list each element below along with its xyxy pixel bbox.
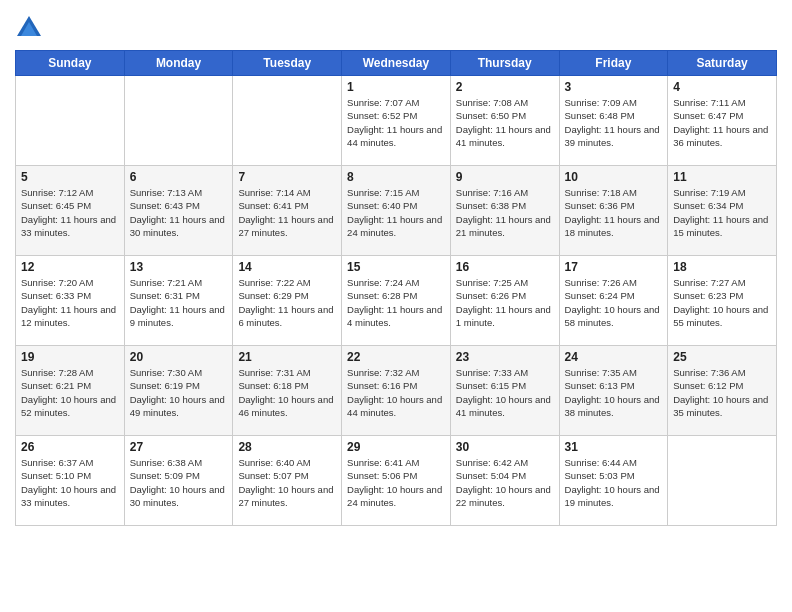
day-number: 29 bbox=[347, 440, 445, 454]
day-info: Sunrise: 7:25 AM Sunset: 6:26 PM Dayligh… bbox=[456, 276, 554, 329]
weekday-header-tuesday: Tuesday bbox=[233, 51, 342, 76]
calendar-week-row: 26Sunrise: 6:37 AM Sunset: 5:10 PM Dayli… bbox=[16, 436, 777, 526]
day-info: Sunrise: 7:20 AM Sunset: 6:33 PM Dayligh… bbox=[21, 276, 119, 329]
calendar-cell: 11Sunrise: 7:19 AM Sunset: 6:34 PM Dayli… bbox=[668, 166, 777, 256]
header bbox=[15, 10, 777, 42]
day-info: Sunrise: 7:30 AM Sunset: 6:19 PM Dayligh… bbox=[130, 366, 228, 419]
day-number: 31 bbox=[565, 440, 663, 454]
day-number: 24 bbox=[565, 350, 663, 364]
calendar-cell: 31Sunrise: 6:44 AM Sunset: 5:03 PM Dayli… bbox=[559, 436, 668, 526]
calendar-cell: 14Sunrise: 7:22 AM Sunset: 6:29 PM Dayli… bbox=[233, 256, 342, 346]
day-number: 18 bbox=[673, 260, 771, 274]
calendar-week-row: 5Sunrise: 7:12 AM Sunset: 6:45 PM Daylig… bbox=[16, 166, 777, 256]
day-info: Sunrise: 7:21 AM Sunset: 6:31 PM Dayligh… bbox=[130, 276, 228, 329]
day-number: 1 bbox=[347, 80, 445, 94]
logo bbox=[15, 14, 46, 42]
day-number: 17 bbox=[565, 260, 663, 274]
calendar-cell: 4Sunrise: 7:11 AM Sunset: 6:47 PM Daylig… bbox=[668, 76, 777, 166]
day-number: 15 bbox=[347, 260, 445, 274]
logo-icon bbox=[15, 14, 43, 42]
calendar-cell bbox=[233, 76, 342, 166]
calendar-cell bbox=[16, 76, 125, 166]
calendar-cell: 10Sunrise: 7:18 AM Sunset: 6:36 PM Dayli… bbox=[559, 166, 668, 256]
day-info: Sunrise: 6:40 AM Sunset: 5:07 PM Dayligh… bbox=[238, 456, 336, 509]
calendar-week-row: 12Sunrise: 7:20 AM Sunset: 6:33 PM Dayli… bbox=[16, 256, 777, 346]
day-number: 11 bbox=[673, 170, 771, 184]
calendar-cell: 1Sunrise: 7:07 AM Sunset: 6:52 PM Daylig… bbox=[342, 76, 451, 166]
day-number: 10 bbox=[565, 170, 663, 184]
calendar-cell: 7Sunrise: 7:14 AM Sunset: 6:41 PM Daylig… bbox=[233, 166, 342, 256]
day-info: Sunrise: 7:15 AM Sunset: 6:40 PM Dayligh… bbox=[347, 186, 445, 239]
calendar-cell: 18Sunrise: 7:27 AM Sunset: 6:23 PM Dayli… bbox=[668, 256, 777, 346]
calendar-cell: 15Sunrise: 7:24 AM Sunset: 6:28 PM Dayli… bbox=[342, 256, 451, 346]
day-info: Sunrise: 7:33 AM Sunset: 6:15 PM Dayligh… bbox=[456, 366, 554, 419]
day-info: Sunrise: 7:27 AM Sunset: 6:23 PM Dayligh… bbox=[673, 276, 771, 329]
day-info: Sunrise: 6:38 AM Sunset: 5:09 PM Dayligh… bbox=[130, 456, 228, 509]
day-number: 27 bbox=[130, 440, 228, 454]
day-number: 8 bbox=[347, 170, 445, 184]
weekday-header-monday: Monday bbox=[124, 51, 233, 76]
calendar-cell: 24Sunrise: 7:35 AM Sunset: 6:13 PM Dayli… bbox=[559, 346, 668, 436]
calendar-cell: 30Sunrise: 6:42 AM Sunset: 5:04 PM Dayli… bbox=[450, 436, 559, 526]
day-info: Sunrise: 7:32 AM Sunset: 6:16 PM Dayligh… bbox=[347, 366, 445, 419]
calendar-cell: 13Sunrise: 7:21 AM Sunset: 6:31 PM Dayli… bbox=[124, 256, 233, 346]
calendar-week-row: 1Sunrise: 7:07 AM Sunset: 6:52 PM Daylig… bbox=[16, 76, 777, 166]
day-number: 5 bbox=[21, 170, 119, 184]
day-info: Sunrise: 7:24 AM Sunset: 6:28 PM Dayligh… bbox=[347, 276, 445, 329]
day-number: 16 bbox=[456, 260, 554, 274]
calendar-cell: 21Sunrise: 7:31 AM Sunset: 6:18 PM Dayli… bbox=[233, 346, 342, 436]
day-number: 12 bbox=[21, 260, 119, 274]
day-number: 3 bbox=[565, 80, 663, 94]
day-info: Sunrise: 7:28 AM Sunset: 6:21 PM Dayligh… bbox=[21, 366, 119, 419]
calendar-table: SundayMondayTuesdayWednesdayThursdayFrid… bbox=[15, 50, 777, 526]
day-number: 13 bbox=[130, 260, 228, 274]
calendar-cell: 2Sunrise: 7:08 AM Sunset: 6:50 PM Daylig… bbox=[450, 76, 559, 166]
day-info: Sunrise: 7:07 AM Sunset: 6:52 PM Dayligh… bbox=[347, 96, 445, 149]
calendar-cell: 26Sunrise: 6:37 AM Sunset: 5:10 PM Dayli… bbox=[16, 436, 125, 526]
calendar-cell: 27Sunrise: 6:38 AM Sunset: 5:09 PM Dayli… bbox=[124, 436, 233, 526]
day-info: Sunrise: 6:37 AM Sunset: 5:10 PM Dayligh… bbox=[21, 456, 119, 509]
calendar-cell: 23Sunrise: 7:33 AM Sunset: 6:15 PM Dayli… bbox=[450, 346, 559, 436]
day-number: 21 bbox=[238, 350, 336, 364]
day-number: 4 bbox=[673, 80, 771, 94]
day-info: Sunrise: 7:13 AM Sunset: 6:43 PM Dayligh… bbox=[130, 186, 228, 239]
calendar-cell bbox=[668, 436, 777, 526]
day-number: 20 bbox=[130, 350, 228, 364]
day-info: Sunrise: 7:19 AM Sunset: 6:34 PM Dayligh… bbox=[673, 186, 771, 239]
day-info: Sunrise: 7:16 AM Sunset: 6:38 PM Dayligh… bbox=[456, 186, 554, 239]
calendar-cell: 5Sunrise: 7:12 AM Sunset: 6:45 PM Daylig… bbox=[16, 166, 125, 256]
day-number: 23 bbox=[456, 350, 554, 364]
day-info: Sunrise: 6:44 AM Sunset: 5:03 PM Dayligh… bbox=[565, 456, 663, 509]
day-info: Sunrise: 6:41 AM Sunset: 5:06 PM Dayligh… bbox=[347, 456, 445, 509]
weekday-header-saturday: Saturday bbox=[668, 51, 777, 76]
day-number: 22 bbox=[347, 350, 445, 364]
day-info: Sunrise: 7:35 AM Sunset: 6:13 PM Dayligh… bbox=[565, 366, 663, 419]
page: SundayMondayTuesdayWednesdayThursdayFrid… bbox=[0, 0, 792, 612]
calendar-cell: 9Sunrise: 7:16 AM Sunset: 6:38 PM Daylig… bbox=[450, 166, 559, 256]
day-number: 7 bbox=[238, 170, 336, 184]
calendar-cell: 12Sunrise: 7:20 AM Sunset: 6:33 PM Dayli… bbox=[16, 256, 125, 346]
weekday-header-thursday: Thursday bbox=[450, 51, 559, 76]
day-info: Sunrise: 7:12 AM Sunset: 6:45 PM Dayligh… bbox=[21, 186, 119, 239]
weekday-header-row: SundayMondayTuesdayWednesdayThursdayFrid… bbox=[16, 51, 777, 76]
calendar-cell: 28Sunrise: 6:40 AM Sunset: 5:07 PM Dayli… bbox=[233, 436, 342, 526]
day-number: 6 bbox=[130, 170, 228, 184]
calendar-cell: 22Sunrise: 7:32 AM Sunset: 6:16 PM Dayli… bbox=[342, 346, 451, 436]
day-info: Sunrise: 7:09 AM Sunset: 6:48 PM Dayligh… bbox=[565, 96, 663, 149]
day-info: Sunrise: 7:11 AM Sunset: 6:47 PM Dayligh… bbox=[673, 96, 771, 149]
calendar-cell: 17Sunrise: 7:26 AM Sunset: 6:24 PM Dayli… bbox=[559, 256, 668, 346]
day-info: Sunrise: 7:18 AM Sunset: 6:36 PM Dayligh… bbox=[565, 186, 663, 239]
calendar-cell: 16Sunrise: 7:25 AM Sunset: 6:26 PM Dayli… bbox=[450, 256, 559, 346]
day-number: 26 bbox=[21, 440, 119, 454]
day-info: Sunrise: 7:31 AM Sunset: 6:18 PM Dayligh… bbox=[238, 366, 336, 419]
calendar-cell: 6Sunrise: 7:13 AM Sunset: 6:43 PM Daylig… bbox=[124, 166, 233, 256]
day-info: Sunrise: 7:26 AM Sunset: 6:24 PM Dayligh… bbox=[565, 276, 663, 329]
calendar-cell: 29Sunrise: 6:41 AM Sunset: 5:06 PM Dayli… bbox=[342, 436, 451, 526]
day-info: Sunrise: 6:42 AM Sunset: 5:04 PM Dayligh… bbox=[456, 456, 554, 509]
calendar-cell: 8Sunrise: 7:15 AM Sunset: 6:40 PM Daylig… bbox=[342, 166, 451, 256]
day-number: 14 bbox=[238, 260, 336, 274]
day-number: 2 bbox=[456, 80, 554, 94]
day-number: 28 bbox=[238, 440, 336, 454]
calendar-week-row: 19Sunrise: 7:28 AM Sunset: 6:21 PM Dayli… bbox=[16, 346, 777, 436]
day-info: Sunrise: 7:36 AM Sunset: 6:12 PM Dayligh… bbox=[673, 366, 771, 419]
